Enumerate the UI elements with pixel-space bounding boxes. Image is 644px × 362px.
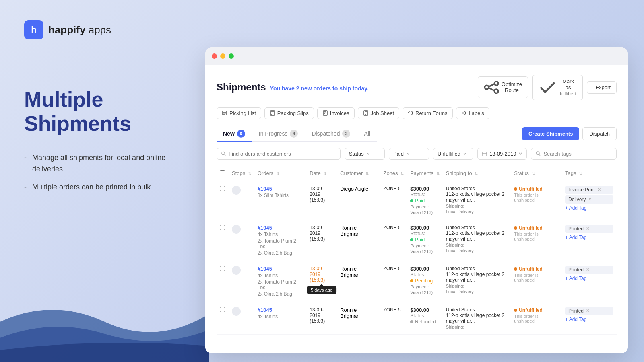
stop-indicator-4: [232, 307, 241, 316]
date-cell-4: 13-09-2019 (15:03): [306, 302, 337, 334]
invoice-icon: [322, 110, 328, 116]
return-forms-button[interactable]: Return Forms: [402, 107, 452, 119]
svg-rect-25: [482, 152, 487, 156]
date-cell-1: 13-09-2019 (15:03): [306, 181, 337, 220]
table-body: #1045 8x Slim Tshirts 13-09-2019 (15:03)…: [217, 181, 617, 334]
customer-cell-4: Ronnie Brigman: [337, 302, 380, 334]
tabs-right-actions: Create Shipments Dispatch: [522, 127, 617, 140]
row-checkbox-1[interactable]: [220, 186, 225, 191]
page-title-area: Shipments You have 2 new orders to ship …: [217, 82, 369, 93]
remove-tag-invoice[interactable]: ✕: [597, 187, 601, 192]
notice-suffix: new orders to ship today.: [301, 85, 369, 92]
header-actions: Optimize Route Mark as fulfilled Export: [478, 75, 617, 100]
maximize-button[interactable]: [229, 53, 234, 59]
tab-new[interactable]: New 8: [217, 126, 252, 142]
shipping-cell-3: United States 112-b kotla village pocket…: [443, 261, 511, 302]
invoices-label: Invoices: [330, 110, 349, 116]
chevron-down-icon: [366, 152, 370, 156]
orders-table: Stops ⇅ Orders ⇅ Date ⇅ Customer ⇅ Zones…: [217, 166, 617, 335]
add-tag-3[interactable]: + Add Tag: [565, 276, 613, 281]
zone-cell-1: ZONE 5: [380, 181, 407, 220]
svg-point-0: [485, 86, 489, 90]
hero-bullet-2: Multiple orders can be printed in bulk.: [24, 181, 181, 193]
row-checkbox-3[interactable]: [220, 266, 225, 271]
svg-point-29: [536, 152, 539, 155]
dispatch-button[interactable]: Dispatch: [582, 127, 617, 140]
minimize-button[interactable]: [220, 53, 225, 59]
remove-tag-delivery[interactable]: ✕: [588, 197, 592, 202]
tooltip-5-days: 5 days ago: [307, 286, 336, 294]
remove-tag-printed-3[interactable]: ✕: [586, 267, 590, 272]
picking-list-label: Picking List: [229, 110, 256, 116]
page-title: Shipments: [217, 82, 266, 93]
chevron-down-icon-3: [463, 152, 467, 156]
picking-list-button[interactable]: Picking List: [217, 107, 261, 119]
search-filter[interactable]: [217, 148, 341, 160]
tab-all-label: All: [364, 130, 370, 137]
order-link-1[interactable]: #1045: [258, 186, 272, 192]
pending-dot-3: [410, 279, 413, 282]
table-row: #1045 4x Tshirts 2x Tomato Plum 2 Lbs 2x…: [217, 261, 617, 302]
route-icon: [484, 80, 499, 95]
status-cell-3: Unfulfilled This order is unshipped: [511, 261, 562, 302]
zone-cell-2: ZONE 5: [380, 220, 407, 261]
remove-tag-printed-4[interactable]: ✕: [586, 308, 590, 313]
row-checkbox-2[interactable]: [220, 225, 225, 230]
col-shipping-to: Shipping to ⇅: [443, 166, 511, 181]
logo-box: h: [24, 20, 43, 39]
create-shipments-button[interactable]: Create Shipments: [522, 127, 580, 140]
filters-row: Status Paid Unfulfilled 13-09-2019 Searc…: [217, 148, 617, 160]
tab-all[interactable]: All: [357, 126, 377, 142]
row-checkbox-4[interactable]: [220, 307, 225, 312]
add-tag-1[interactable]: + Add Tag: [565, 205, 613, 211]
tab-in-progress[interactable]: In Progress 4: [252, 126, 305, 142]
payment-cell-4: $300.00 Status: Refunded: [407, 302, 442, 334]
status-filter[interactable]: Status: [345, 148, 385, 160]
date-filter[interactable]: 13-09-2019: [477, 148, 527, 160]
select-all-checkbox[interactable]: [220, 170, 225, 175]
close-button[interactable]: [212, 53, 217, 59]
optimize-route-button[interactable]: Optimize Route: [478, 76, 528, 98]
hero-title: MultipleShipments: [24, 88, 181, 136]
logo-area: h happify apps: [24, 20, 181, 39]
search-input[interactable]: [229, 151, 336, 157]
svg-point-22: [462, 113, 463, 113]
tags-cell-2: Printed ✕ + Add Tag: [562, 220, 617, 261]
unfulfilled-filter[interactable]: Unfulfilled: [433, 148, 473, 160]
table-row: #1045 8x Slim Tshirts 13-09-2019 (15:03)…: [217, 181, 617, 220]
add-tag-4[interactable]: + Add Tag: [565, 317, 613, 322]
order-link-4[interactable]: #1045: [258, 307, 272, 313]
tab-dispatched[interactable]: Dispatched 2: [305, 126, 357, 142]
hero-bullets: Manage all shipments for local and onlin…: [24, 152, 181, 193]
order-items-3c: 2x Okra 2lb Bag: [258, 291, 303, 297]
labels-button[interactable]: Labels: [456, 107, 489, 119]
zone-cell-3: ZONE 5: [380, 261, 407, 302]
job-sheet-label: Job Sheet: [371, 110, 394, 116]
paid-filter[interactable]: Paid: [389, 148, 429, 160]
tags-filter[interactable]: Search tags: [531, 148, 617, 160]
chevron-down-icon-2: [406, 152, 410, 156]
export-button[interactable]: Export: [587, 81, 617, 94]
order-cell-4: #1045 4x Tshirts: [254, 302, 306, 334]
new-orders-notice: You have 2 new orders to ship today.: [270, 85, 369, 92]
mark-as-fulfilled-button[interactable]: Mark as fulfilled: [532, 75, 583, 100]
remove-tag-printed-2[interactable]: ✕: [586, 226, 590, 231]
invoices-button[interactable]: Invoices: [317, 107, 355, 119]
tags-search-icon: [535, 151, 541, 156]
order-link-2[interactable]: #1045: [258, 225, 272, 231]
tab-in-progress-badge: 4: [290, 130, 298, 138]
svg-line-30: [539, 155, 541, 156]
add-tag-2[interactable]: + Add Tag: [565, 234, 613, 240]
calendar-icon: [482, 151, 487, 156]
job-sheet-button[interactable]: Job Sheet: [358, 107, 400, 119]
date-tooltip-3: 13-09-2019 (15:03) 5 days ago: [310, 266, 334, 283]
app-window: Shipments You have 2 new orders to ship …: [205, 47, 628, 353]
order-link-3[interactable]: #1045: [258, 266, 272, 272]
status-dot-3: [514, 267, 517, 271]
wave-decoration: [0, 290, 209, 362]
notice-count: 2: [296, 85, 299, 92]
order-items-3b: 2x Tomato Plum 2 Lbs: [258, 279, 303, 290]
packing-slips-button[interactable]: Packing Slips: [264, 107, 314, 119]
col-stops: Stops ⇅: [229, 166, 254, 181]
order-cell-3: #1045 4x Tshirts 2x Tomato Plum 2 Lbs 2x…: [254, 261, 306, 302]
